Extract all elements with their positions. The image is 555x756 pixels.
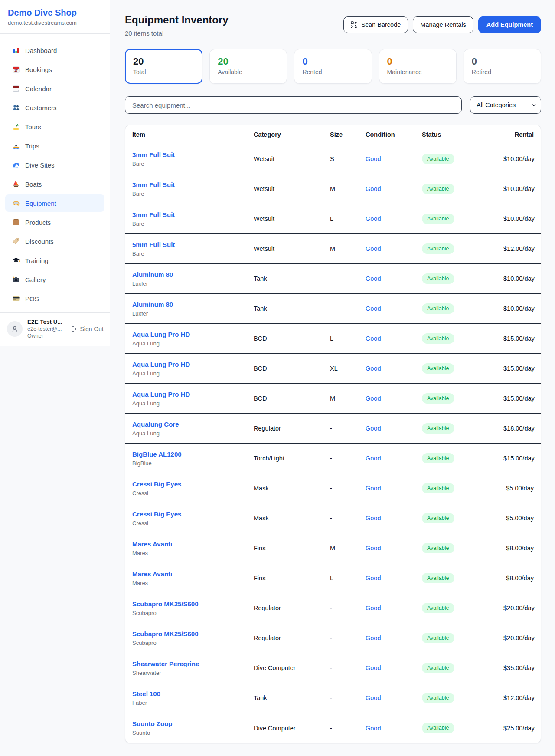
item-name-link[interactable]: Mares Avanti <box>132 540 172 548</box>
item-name-link[interactable]: 3mm Full Suit <box>132 181 175 189</box>
stat-card-rented[interactable]: 0Rented <box>294 49 372 84</box>
item-name-link[interactable]: Cressi Big Eyes <box>132 480 181 488</box>
item-condition-link[interactable]: Good <box>366 725 422 732</box>
stat-label: Rented <box>302 69 363 76</box>
item-condition-link[interactable]: Good <box>366 365 422 372</box>
item-name-link[interactable]: Mares Avanti <box>132 570 172 578</box>
category-select[interactable]: All Categories <box>470 96 541 114</box>
manage-rentals-button[interactable]: Manage Rentals <box>413 16 473 33</box>
item-rental-rate: $10.00/day <box>503 215 535 222</box>
item-condition-link[interactable]: Good <box>366 335 422 342</box>
item-condition-link[interactable]: Good <box>366 245 422 252</box>
status-badge: Available <box>422 363 454 374</box>
item-condition-link[interactable]: Good <box>366 215 422 222</box>
item-name-link[interactable]: Aqua Lung Pro HD <box>132 330 190 339</box>
search-input[interactable] <box>125 96 462 114</box>
col-status: Status <box>422 131 503 138</box>
item-name-link[interactable]: 5mm Full Suit <box>132 240 175 249</box>
col-category: Category <box>254 131 330 138</box>
sign-out-button[interactable]: Sign Out <box>71 325 104 332</box>
item-rental-rate: $20.00/day <box>503 605 535 611</box>
user-name: E2E Test U... <box>27 318 66 325</box>
item-size: - <box>330 664 366 671</box>
col-size: Size <box>330 131 366 138</box>
scan-barcode-button[interactable]: Scan Barcode <box>343 16 408 33</box>
item-name-link[interactable]: Aqua Lung Pro HD <box>132 360 190 368</box>
item-condition-link[interactable]: Good <box>366 485 422 492</box>
table-row: Cressi Big EyesCressiMask-GoodAvailable$… <box>125 473 541 503</box>
item-condition-link[interactable]: Good <box>366 545 422 552</box>
sidebar-item-equipment[interactable]: Equipment <box>5 194 104 212</box>
status-badge: Available <box>422 603 454 614</box>
sidebar-item-gallery[interactable]: Gallery <box>5 271 104 288</box>
item-condition-link[interactable]: Good <box>366 605 422 611</box>
item-condition-link[interactable]: Good <box>366 634 422 641</box>
item-condition-link[interactable]: Good <box>366 425 422 432</box>
graduation-cap-icon <box>12 256 20 264</box>
sidebar-item-dive-sites[interactable]: Dive Sites <box>5 156 104 174</box>
sidebar-item-dashboard[interactable]: Dashboard <box>5 42 104 59</box>
item-name-link[interactable]: Aluminum 80 <box>132 270 173 279</box>
sidebar-item-training[interactable]: Training <box>5 252 104 269</box>
sidebar-item-tours[interactable]: Tours <box>5 118 104 135</box>
sidebar-item-label: Boats <box>25 181 42 188</box>
table-row: Aluminum 80LuxferTank-GoodAvailable$10.0… <box>125 264 541 294</box>
item-condition-link[interactable]: Good <box>366 155 422 162</box>
sidebar-item-label: Dive Sites <box>25 161 55 169</box>
item-name-link[interactable]: Cressi Big Eyes <box>132 510 181 518</box>
item-condition-link[interactable]: Good <box>366 515 422 522</box>
item-brand: Aqua Lung <box>132 370 254 377</box>
item-condition-link[interactable]: Good <box>366 664 422 671</box>
table-body: 3mm Full SuitBareWetsuitSGoodAvailable$1… <box>125 144 541 743</box>
item-rental-rate: $5.00/day <box>503 485 534 492</box>
item-category: Mask <box>254 515 330 522</box>
item-rental-rate: $15.00/day <box>503 455 535 462</box>
item-category: Wetsuit <box>254 155 330 162</box>
sidebar-item-boats[interactable]: Boats <box>5 175 104 193</box>
table-row: 3mm Full SuitBareWetsuitMGoodAvailable$1… <box>125 174 541 204</box>
sidebar-item-bookings[interactable]: 17Bookings <box>5 61 104 78</box>
item-condition-link[interactable]: Good <box>366 694 422 701</box>
manage-rentals-label: Manage Rentals <box>420 21 466 28</box>
item-brand: Aqua Lung <box>132 340 254 347</box>
status-badge: Available <box>422 184 454 194</box>
item-size: - <box>330 305 366 312</box>
item-name-link[interactable]: Suunto Zoop <box>132 720 172 728</box>
sidebar-item-discounts[interactable]: Discounts <box>5 233 104 250</box>
add-equipment-button[interactable]: Add Equipment <box>478 16 541 33</box>
item-condition-link[interactable]: Good <box>366 275 422 282</box>
stat-card-total[interactable]: 20Total <box>125 49 202 84</box>
item-condition-link[interactable]: Good <box>366 575 422 582</box>
item-name-link[interactable]: Scubapro MK25/S600 <box>132 600 199 608</box>
sidebar-item-customers[interactable]: Customers <box>5 99 104 116</box>
sidebar-item-trips[interactable]: Trips <box>5 137 104 154</box>
item-condition-link[interactable]: Good <box>366 305 422 312</box>
item-name-link[interactable]: Scubapro MK25/S600 <box>132 630 199 638</box>
col-rental: Rental <box>503 131 534 138</box>
item-name-link[interactable]: Aqualung Core <box>132 420 179 428</box>
stat-card-maintenance[interactable]: 0Maintenance <box>379 49 457 84</box>
sidebar-item-pos[interactable]: POS <box>5 290 104 307</box>
item-condition-link[interactable]: Good <box>366 455 422 462</box>
sidebar-item-calendar[interactable]: Calendar <box>5 80 104 97</box>
item-name-link[interactable]: Aluminum 80 <box>132 300 173 309</box>
item-size: - <box>330 425 366 432</box>
status-badge: Available <box>422 633 454 644</box>
status-badge: Available <box>422 453 454 464</box>
table-row: Aqua Lung Pro HDAqua LungBCDXLGoodAvaila… <box>125 354 541 384</box>
sidebar-item-products[interactable]: Products <box>5 214 104 231</box>
stats-row: 20Total20Available0Rented0Maintenance0Re… <box>125 49 541 84</box>
table-row: 5mm Full SuitBareWetsuitMGoodAvailable$1… <box>125 234 541 264</box>
item-name-link[interactable]: Steel 100 <box>132 690 160 698</box>
item-name-link[interactable]: 3mm Full Suit <box>132 210 175 219</box>
stat-card-retired[interactable]: 0Retired <box>464 49 541 84</box>
item-name-link[interactable]: Shearwater Peregrine <box>132 660 199 668</box>
item-condition-link[interactable]: Good <box>366 395 422 402</box>
item-name-link[interactable]: BigBlue AL1200 <box>132 450 182 458</box>
item-name-link[interactable]: 3mm Full Suit <box>132 151 175 159</box>
stat-card-available[interactable]: 20Available <box>209 49 287 84</box>
item-size: XL <box>330 365 366 372</box>
item-name-link[interactable]: Aqua Lung Pro HD <box>132 390 190 398</box>
add-equipment-label: Add Equipment <box>486 21 533 28</box>
item-condition-link[interactable]: Good <box>366 185 422 192</box>
